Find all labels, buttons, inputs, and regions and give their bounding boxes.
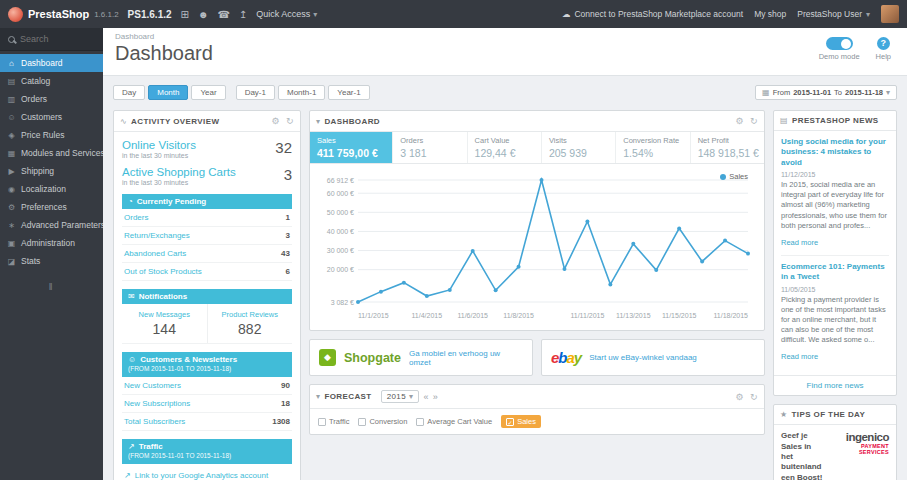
my-shop-link[interactable]: My shop (754, 9, 786, 19)
header-controls: Demo mode ? Help (819, 37, 891, 61)
row-label[interactable]: New Customers (124, 381, 181, 390)
pending-section-title: Currently Pending (137, 197, 206, 206)
chevron-down-icon: ▾ (313, 10, 317, 19)
filter-month-1-button[interactable]: Month-1 (278, 85, 325, 100)
notifications-section-title: Notifications (139, 292, 187, 301)
active-carts-value: 3 (284, 166, 292, 183)
center-column: ▾ DASHBOARD ⚙ ↻ Sales 411 759,00 € (309, 110, 765, 435)
shopgate-promo-link[interactable]: Ga mobiel en verhoog uw omzet (409, 349, 523, 367)
customers-row-new-subscriptions: New Subscriptions 18 (122, 395, 292, 413)
refresh-icon[interactable]: ↻ (750, 392, 758, 402)
sidebar-item-shipping[interactable]: ▶ Shipping (0, 162, 103, 180)
sidebar-item-catalog[interactable]: ▤ Catalog (0, 72, 103, 90)
dashboard-panel-title: DASHBOARD (324, 117, 380, 126)
chevron-down-icon: ▾ (866, 10, 870, 19)
refresh-icon[interactable]: ↻ (286, 116, 294, 126)
tips-panel-body: Geef je Sales in het buitenland een Boos… (774, 425, 896, 480)
row-label[interactable]: Orders (124, 213, 148, 222)
avatar[interactable] (881, 5, 899, 23)
forecast-legend-traffic[interactable]: Traffic (318, 417, 349, 426)
sidebar-item-label: Shipping (21, 166, 54, 176)
demo-mode-toggle[interactable] (826, 37, 853, 50)
next-year-button[interactable]: » (433, 392, 438, 402)
svg-text:40 000 €: 40 000 € (327, 228, 354, 235)
sidebar-item-dashboard[interactable]: ⌂ Dashboard (0, 54, 103, 72)
user-menu[interactable]: PrestaShop User ▾ (797, 9, 870, 19)
ebay-promo-link[interactable]: Start uw eBay-winkel vandaag (589, 353, 697, 362)
brand[interactable]: PrestaShop 1.6.1.2 (8, 7, 119, 22)
tips-headline: Geef je Sales in het buitenland een Boos… (781, 431, 825, 480)
sidebar-item-stats[interactable]: ◪ Stats (0, 252, 103, 270)
legend-label: Average Cart Value (427, 417, 492, 426)
quick-access-menu[interactable]: Quick Access ▾ (256, 9, 317, 19)
help-icon[interactable]: ? (877, 37, 890, 50)
traffic-icon: ↗ (128, 442, 135, 452)
new-messages-stat[interactable]: New Messages 144 (122, 304, 208, 343)
read-more-link[interactable]: Read more (781, 352, 818, 361)
sidebar-item-preferences[interactable]: ⚙ Preferences (0, 198, 103, 216)
sidebar-item-advanced-parameters[interactable]: ∗ Advanced Parameters (0, 216, 103, 234)
cart-icon[interactable]: ⊞ (181, 9, 189, 20)
sidebar-collapse-button[interactable]: ‖ (0, 282, 103, 292)
kpi-cart-value[interactable]: Cart Value 129,44 € (468, 132, 542, 163)
read-more-link[interactable]: Read more (781, 238, 818, 247)
article-title[interactable]: Using social media for your business: 4 … (781, 137, 889, 168)
breadcrumb[interactable]: Dashboard (115, 32, 895, 41)
kpi-conversion-rate[interactable]: Conversion Rate 1.54% (616, 132, 690, 163)
sidebar-item-modules[interactable]: ▦ Modules and Services (0, 144, 103, 162)
filter-year-button[interactable]: Year (191, 85, 225, 100)
google-analytics-link[interactable]: ↗ Link to your Google Analytics account (122, 464, 292, 480)
sidebar-item-price-rules[interactable]: ◈ Price Rules (0, 126, 103, 144)
forecast-panel-title: FORECAST (324, 392, 371, 401)
dashboard-columns: ∿ ACTIVITY OVERVIEW ⚙ ↻ Online Visitors … (103, 108, 907, 480)
gear-icon[interactable]: ⚙ (272, 116, 280, 126)
search-input[interactable] (20, 34, 86, 44)
filter-day-button[interactable]: Day (113, 85, 145, 100)
date-from-value: 2015-11-01 (793, 88, 831, 97)
filter-year-1-button[interactable]: Year-1 (328, 85, 369, 100)
article-title[interactable]: Ecommerce 101: Payments in a Tweet (781, 262, 889, 283)
link-icon: ↗ (124, 471, 131, 480)
sidebar-item-administration[interactable]: ▣ Administration (0, 234, 103, 252)
active-carts-sub: in the last 30 minutes (122, 179, 236, 186)
date-range-picker[interactable]: ▦ From 2015-11-01 To 2015-11-18 ▾ (755, 85, 897, 100)
forecast-legend-average-cart-value[interactable]: Average Cart Value (416, 417, 492, 426)
row-label[interactable]: Total Subscribers (124, 417, 185, 426)
refresh-icon[interactable]: ↻ (750, 116, 758, 126)
filter-month-button[interactable]: Month (148, 85, 188, 100)
kpi-net-profit[interactable]: Net Profit 148 918,51 € (691, 132, 764, 163)
row-label[interactable]: Out of Stock Products (124, 267, 202, 276)
stats-icon: ◪ (7, 257, 16, 266)
sidebar-item-localization[interactable]: ◉ Localization (0, 180, 103, 198)
online-visitors-label[interactable]: Online Visitors (122, 139, 196, 151)
product-reviews-stat[interactable]: Product Reviews 882 (208, 304, 293, 343)
svg-text:66 912 €: 66 912 € (327, 177, 354, 184)
forecast-year-select[interactable]: 2015 ▾ (381, 390, 420, 403)
upload-icon[interactable]: ↥ (239, 9, 247, 20)
help-control: ? Help (876, 37, 891, 61)
user-icon[interactable]: ☻ (198, 9, 209, 20)
prev-year-button[interactable]: « (423, 392, 428, 402)
find-more-news-link[interactable]: Find more news (774, 375, 896, 395)
marketplace-link[interactable]: ☁ Connect to PrestaShop Marketplace acco… (562, 9, 743, 19)
online-visitors-sub: in the last 30 minutes (122, 152, 196, 159)
kpi-visits[interactable]: Visits 205 939 (542, 132, 616, 163)
active-carts-label[interactable]: Active Shopping Carts (122, 166, 236, 178)
page-header: Dashboard Dashboard Demo mode ? Help (103, 28, 907, 76)
row-value: 6 (286, 267, 290, 276)
row-label[interactable]: Abandoned Carts (124, 249, 186, 258)
kpi-sales[interactable]: Sales 411 759,00 € (310, 132, 393, 163)
forecast-legend-conversion[interactable]: Conversion (358, 417, 407, 426)
sidebar-item-customers[interactable]: ☺ Customers (0, 108, 103, 126)
filter-day-1-button[interactable]: Day-1 (236, 85, 275, 100)
support-icon[interactable]: ☎ (217, 9, 229, 20)
gear-icon[interactable]: ⚙ (736, 392, 744, 402)
gear-icon[interactable]: ⚙ (736, 116, 744, 126)
forecast-legend-sales[interactable]: ✓ Sales (501, 415, 541, 428)
row-value: 43 (281, 249, 290, 258)
kpi-orders[interactable]: Orders 3 181 (393, 132, 467, 163)
sidebar-item-orders[interactable]: ▥ Orders (0, 90, 103, 108)
row-label[interactable]: Return/Exchanges (124, 231, 190, 240)
row-label[interactable]: New Subscriptions (124, 399, 190, 408)
news-panel-title: PRESTASHOP NEWS (792, 116, 879, 125)
